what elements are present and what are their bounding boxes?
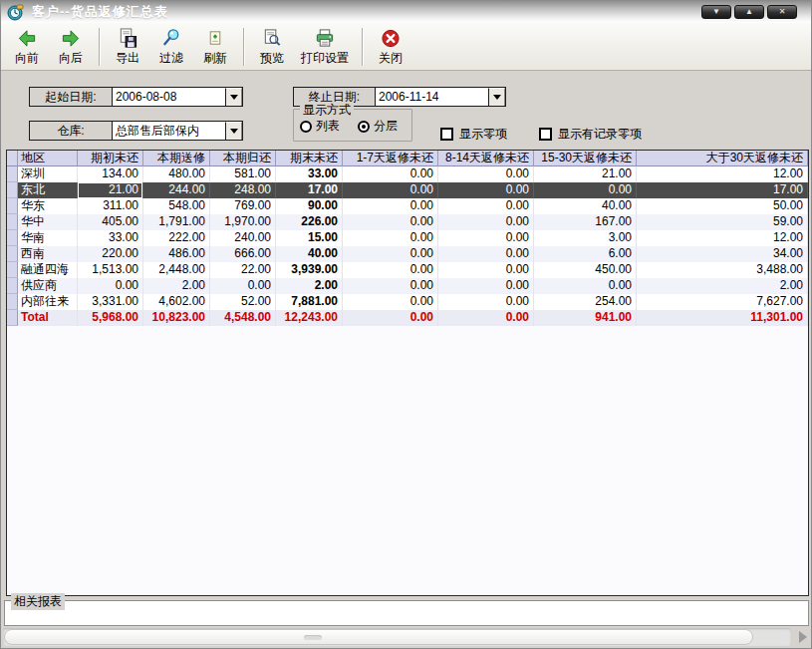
minimize-button[interactable]: ▼ xyxy=(701,5,731,19)
toolbar: 向前 向后 导出 过滤 xyxy=(1,23,811,71)
value-cell: 21.00 xyxy=(78,182,143,198)
close-window-button[interactable]: ✕ xyxy=(767,5,797,19)
value-cell: 311.00 xyxy=(78,198,143,214)
table-row[interactable]: 华南33.00222.00240.0015.000.000.003.0012.0… xyxy=(7,230,808,246)
chevron-down-icon xyxy=(493,95,501,100)
filter-button[interactable]: 过滤 xyxy=(149,25,193,69)
row-selector[interactable] xyxy=(7,294,18,310)
column-header[interactable]: 大于30天返修未还 xyxy=(637,151,808,166)
column-header[interactable]: 期初未还 xyxy=(78,151,143,166)
titlebar[interactable]: 客户--货品返修汇总表 ▼ ▲ ✕ xyxy=(1,1,811,23)
column-header[interactable]: 本期送修 xyxy=(143,151,210,166)
maximize-button[interactable]: ▲ xyxy=(734,5,764,19)
row-label-cell: 供应商 xyxy=(18,278,78,294)
radio-checked-icon xyxy=(358,121,370,133)
value-cell: 50.00 xyxy=(637,198,808,214)
print-setup-button[interactable]: 打印设置 xyxy=(294,25,356,69)
column-header[interactable]: 地区 xyxy=(18,151,78,166)
value-cell: 7,627.00 xyxy=(637,294,808,310)
start-date-combo[interactable]: 起始日期: 2006-08-08 xyxy=(29,87,243,107)
radio-list-option[interactable]: 列表 xyxy=(300,118,340,135)
warehouse-combo[interactable]: 仓库: 总部售后部保内 xyxy=(29,121,243,141)
end-date-dropdown-button[interactable] xyxy=(488,88,505,106)
column-header[interactable]: 本期归还 xyxy=(210,151,276,166)
row-label-cell: 西南 xyxy=(18,246,78,262)
window-controls: ▼ ▲ ✕ xyxy=(701,5,797,19)
value-cell: 248.00 xyxy=(210,182,276,198)
display-mode-groupbox: 显示方式 列表 分层 xyxy=(293,109,412,142)
row-selector[interactable] xyxy=(7,166,18,182)
value-cell: 40.00 xyxy=(534,198,637,214)
checkbox-unchecked-icon xyxy=(539,128,552,141)
value-cell: 0.00 xyxy=(534,278,637,294)
warehouse-value[interactable]: 总部售后部保内 xyxy=(112,122,225,140)
value-cell: 244.00 xyxy=(143,182,210,198)
radio-layered-option[interactable]: 分层 xyxy=(358,118,398,135)
table-row[interactable]: 西南220.00486.00666.0040.000.000.006.0034.… xyxy=(7,246,808,262)
value-cell: 0.00 xyxy=(438,294,534,310)
row-selector[interactable] xyxy=(7,310,18,326)
table-row[interactable]: 深圳134.00480.00581.0033.000.000.0021.0012… xyxy=(7,166,808,182)
row-selector[interactable] xyxy=(7,214,18,230)
display-mode-options: 列表 分层 xyxy=(300,118,398,135)
scrollbar-thumb[interactable] xyxy=(4,629,753,645)
table-empty-area xyxy=(7,326,808,595)
warehouse-dropdown-button[interactable] xyxy=(225,122,242,140)
column-header[interactable]: 15-30天返修未还 xyxy=(534,151,637,166)
refresh-button[interactable]: 刷新 xyxy=(193,25,237,69)
row-selector[interactable] xyxy=(7,182,18,198)
table-total-row[interactable]: Total5,968.0010,823.004,548.0012,243.000… xyxy=(7,310,808,326)
row-selector[interactable] xyxy=(7,278,18,294)
value-cell: 4,548.00 xyxy=(210,310,276,326)
export-button[interactable]: 导出 xyxy=(106,25,149,69)
toolbar-separator xyxy=(362,28,363,66)
value-cell: 2,448.00 xyxy=(143,262,210,278)
row-selector[interactable] xyxy=(7,262,18,278)
start-date-value[interactable]: 2006-08-08 xyxy=(112,88,225,106)
value-cell: 21.00 xyxy=(534,166,637,182)
value-cell: 12.00 xyxy=(637,230,808,246)
row-selector[interactable] xyxy=(7,198,18,214)
value-cell: 167.00 xyxy=(534,214,637,230)
column-header[interactable]: 1-7天返修未还 xyxy=(343,151,438,166)
value-cell: 941.00 xyxy=(534,310,637,326)
value-cell: 15.00 xyxy=(276,230,343,246)
start-date-label: 起始日期: xyxy=(30,88,112,106)
table-row[interactable]: 供应商0.002.000.002.000.000.000.002.00 xyxy=(7,278,808,294)
checkbox-unchecked-icon xyxy=(440,128,453,141)
show-zero-checkbox[interactable]: 显示零项 xyxy=(440,126,507,143)
preview-button[interactable]: 预览 xyxy=(250,25,294,69)
value-cell: 12.00 xyxy=(637,166,808,182)
value-cell: 3,488.00 xyxy=(637,262,808,278)
horizontal-scrollbar[interactable] xyxy=(3,628,791,646)
scrollbar-right-button[interactable] xyxy=(794,628,811,646)
table-row[interactable]: 融通四海1,513.002,448.0022.003,939.000.000.0… xyxy=(7,262,808,278)
column-header[interactable]: 8-14天返修未还 xyxy=(438,151,534,166)
value-cell: 11,301.00 xyxy=(637,310,808,326)
column-header[interactable]: 期末未还 xyxy=(276,151,343,166)
table-body: 深圳134.00480.00581.0033.000.000.0021.0012… xyxy=(7,166,808,326)
table-row[interactable]: 华中405.001,791.001,970.00226.000.000.0016… xyxy=(7,214,808,230)
value-cell: 222.00 xyxy=(143,230,210,246)
row-selector[interactable] xyxy=(7,230,18,246)
table-row[interactable]: 东北21.00244.00248.0017.000.000.000.0017.0… xyxy=(7,182,808,198)
toolbar-separator xyxy=(99,28,100,66)
arrow-right-icon xyxy=(60,28,82,49)
back-button[interactable]: 向前 xyxy=(5,25,49,69)
table-row[interactable]: 内部往来3,331.004,602.0052.007,881.000.000.0… xyxy=(7,294,808,310)
show-recorded-zero-checkbox[interactable]: 显示有记录零项 xyxy=(539,126,642,143)
row-label-cell: 华南 xyxy=(18,230,78,246)
start-date-dropdown-button[interactable] xyxy=(225,88,242,106)
forward-button[interactable]: 向后 xyxy=(49,25,93,69)
value-cell: 226.00 xyxy=(276,214,343,230)
value-cell: 2.00 xyxy=(637,278,808,294)
close-button[interactable]: 关闭 xyxy=(369,25,412,69)
value-cell: 0.00 xyxy=(343,214,438,230)
value-cell: 1,970.00 xyxy=(210,214,276,230)
row-selector[interactable] xyxy=(7,246,18,262)
value-cell: 0.00 xyxy=(210,278,276,294)
table-row[interactable]: 华东311.00548.00769.0090.000.000.0040.0050… xyxy=(7,198,808,214)
end-date-value[interactable]: 2006-11-14 xyxy=(375,88,488,106)
value-cell: 5,968.00 xyxy=(78,310,143,326)
preview-page-icon xyxy=(261,28,283,49)
